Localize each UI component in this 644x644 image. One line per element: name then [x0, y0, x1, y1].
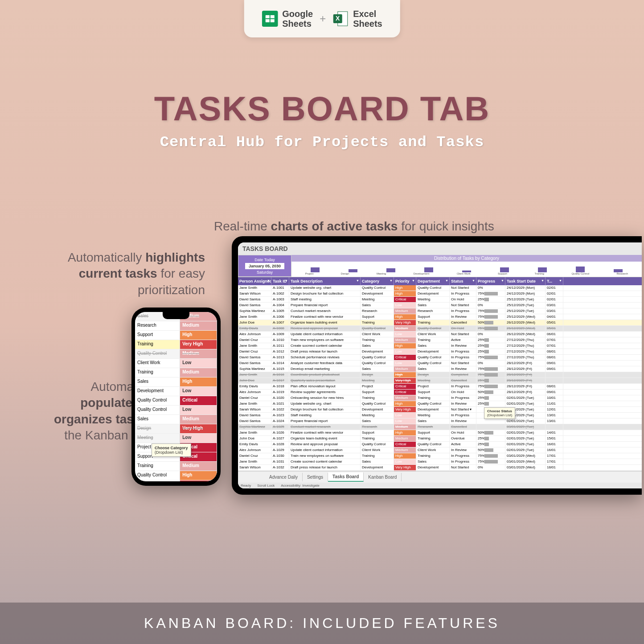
table-cell[interactable]: Quality Control: [361, 355, 394, 360]
table-cell[interactable]: 75%: [476, 291, 505, 296]
table-cell[interactable]: Draft press release for launch: [289, 465, 361, 470]
table-cell[interactable]: 28/12/2029 (Fri): [505, 361, 546, 366]
table-cell[interactable]: Training: [361, 337, 394, 343]
table-cell[interactable]: Development: [361, 349, 394, 354]
table-cell[interactable]: Medium: [394, 326, 416, 331]
table-cell[interactable]: 75%: [476, 372, 505, 377]
table-cell[interactable]: Low: [394, 303, 416, 308]
table-cell[interactable]: Research: [361, 424, 394, 430]
table-row[interactable]: Daniel CruzA-1020Onboarding session for …: [238, 395, 642, 401]
table-cell[interactable]: A-1028: [271, 442, 289, 447]
phone-category-cell[interactable]: Meeting: [135, 434, 180, 443]
table-cell[interactable]: [546, 378, 563, 383]
table-cell[interactable]: Training: [416, 436, 450, 441]
table-cell[interactable]: Client Work: [416, 332, 450, 337]
table-cell[interactable]: 75%: [476, 314, 505, 320]
column-header[interactable]: Task ID: [271, 277, 289, 285]
table-cell[interactable]: Review and approve proposal: [289, 326, 361, 331]
table-cell[interactable]: On Hold: [450, 297, 476, 302]
table-row[interactable]: Jane SmithA-1026Finalize contract with n…: [238, 430, 642, 436]
table-cell[interactable]: Sarah Wilson: [238, 407, 271, 412]
table-cell[interactable]: Development: [416, 291, 450, 296]
table-cell[interactable]: A-1022: [271, 407, 289, 412]
column-header[interactable]: Task Start Date: [505, 277, 546, 285]
table-cell[interactable]: Sales: [361, 459, 394, 464]
table-cell[interactable]: 25%: [476, 378, 505, 383]
table-cell[interactable]: Quality Control: [416, 442, 450, 447]
table-row[interactable]: Sarah WilsonA-1002Design brochure for fa…: [238, 291, 642, 297]
table-cell[interactable]: 02/01/2029 (Tue): [505, 430, 546, 435]
table-cell[interactable]: Medium: [394, 447, 416, 453]
column-header[interactable]: Category: [361, 277, 394, 285]
table-cell[interactable]: Quality Control: [361, 326, 394, 331]
phone-row[interactable]: Client WorkLow: [135, 359, 217, 368]
table-cell[interactable]: 18/01: [546, 465, 563, 470]
table-cell[interactable]: Quality Control: [416, 285, 450, 291]
table-cell[interactable]: 28/12/2029 (Fri): [505, 372, 546, 377]
table-row[interactable]: Sarah WilsonA-1022Design brochure for fa…: [238, 407, 642, 413]
table-cell[interactable]: 26/12/2029 (Wed): [505, 320, 546, 325]
table-cell[interactable]: A-1016: [271, 372, 289, 377]
table-cell[interactable]: 05/01: [546, 326, 563, 331]
table-cell[interactable]: Sales: [416, 303, 450, 308]
table-cell[interactable]: Meeting: [361, 413, 394, 418]
table-cell[interactable]: In Progress: [450, 291, 476, 296]
table-cell[interactable]: 25/12/2029 (Wed): [505, 314, 546, 320]
table-cell[interactable]: Meeting: [361, 297, 394, 302]
table-cell[interactable]: 25%: [476, 297, 505, 302]
table-cell[interactable]: Research: [361, 308, 394, 314]
table-row[interactable]: Alex JohnsonA-1009Update client contact …: [238, 332, 642, 337]
table-cell[interactable]: 28/12/2029 (Fri): [505, 384, 546, 389]
table-cell[interactable]: 02/01/2029 (Tue): [505, 395, 546, 401]
table-cell[interactable]: 13/01: [546, 418, 563, 424]
table-cell[interactable]: Client Work: [361, 332, 394, 337]
table-cell[interactable]: Critical: [394, 384, 416, 389]
table-cell[interactable]: Medium: [394, 395, 416, 401]
table-cell[interactable]: Design: [361, 372, 394, 377]
table-cell[interactable]: In Review: [450, 366, 476, 372]
table-cell[interactable]: 08/01: [546, 349, 563, 354]
table-cell[interactable]: Coordinate product photoshoot: [289, 372, 361, 377]
phone-category-cell[interactable]: Sales: [135, 415, 180, 424]
phone-row[interactable]: Quality ControlMedium: [135, 349, 217, 359]
table-cell[interactable]: Training: [361, 395, 394, 401]
phone-row[interactable]: DevelopmentLow: [135, 387, 217, 396]
table-cell[interactable]: 09/01: [546, 361, 563, 366]
table-cell[interactable]: In Review: [450, 447, 476, 453]
table-cell[interactable]: Development: [361, 465, 394, 470]
table-row[interactable]: Daniel CruzA-1012Draft press release for…: [238, 349, 642, 355]
phone-row[interactable]: SalesHigh: [135, 377, 217, 387]
table-cell[interactable]: A-1025: [271, 424, 289, 430]
table-cell[interactable]: Sophia Martinez: [238, 366, 271, 372]
table-cell[interactable]: Train new employees on software: [289, 337, 361, 343]
table-cell[interactable]: [546, 424, 563, 430]
table-cell[interactable]: 11/01: [546, 401, 563, 406]
phone-category-cell[interactable]: Research: [135, 321, 180, 330]
table-cell[interactable]: David Santos: [238, 355, 271, 360]
column-header[interactable]: Priority: [394, 277, 416, 285]
table-cell[interactable]: Create socmed content calendar: [289, 343, 361, 349]
table-cell[interactable]: [476, 418, 505, 424]
table-cell[interactable]: 26/12/2029 (Wed): [505, 326, 546, 331]
table-cell[interactable]: 05/01: [546, 320, 563, 325]
table-row[interactable]: David SantosA-1023Staff meetingMeetingLo…: [238, 413, 642, 418]
table-cell[interactable]: Critical: [394, 355, 416, 360]
table-cell[interactable]: 25%: [476, 401, 505, 406]
table-cell[interactable]: A-1003: [271, 297, 289, 302]
table-cell[interactable]: In Review: [450, 314, 476, 320]
table-cell[interactable]: 08/01: [546, 384, 563, 389]
table-cell[interactable]: Sales: [361, 343, 394, 349]
table-cell[interactable]: In Progress: [450, 395, 476, 401]
table-cell[interactable]: Analyze customer feedback data: [289, 361, 361, 366]
table-cell[interactable]: Low: [394, 361, 416, 366]
table-cell[interactable]: Client Work: [361, 447, 394, 453]
table-cell[interactable]: Sales: [416, 366, 450, 372]
table-cell[interactable]: Organize team-building event: [289, 320, 361, 325]
table-cell[interactable]: Design: [416, 372, 450, 377]
table-row[interactable]: Jane SmithA-1016Coordinate product photo…: [238, 372, 642, 378]
table-cell[interactable]: 07/01: [546, 337, 563, 343]
table-cell[interactable]: A-1027: [271, 436, 289, 441]
table-cell[interactable]: Project: [416, 384, 450, 389]
table-cell[interactable]: 25%: [476, 442, 505, 447]
table-cell[interactable]: Staff meeting: [289, 413, 361, 418]
